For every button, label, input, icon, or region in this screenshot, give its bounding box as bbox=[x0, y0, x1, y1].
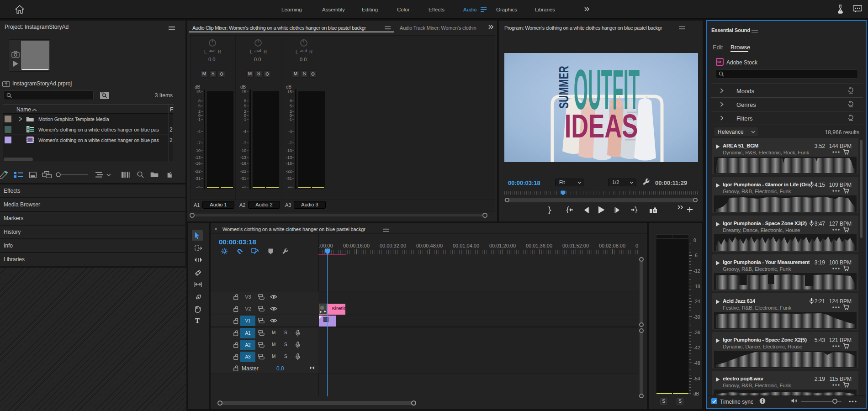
svg-text:SUMMER: SUMMER bbox=[556, 66, 571, 108]
svg-text:IDEAS: IDEAS bbox=[565, 107, 638, 144]
